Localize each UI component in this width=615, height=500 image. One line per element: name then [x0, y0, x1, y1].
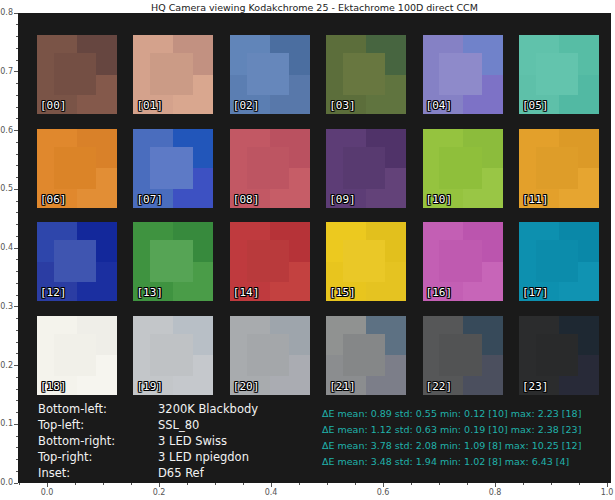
- inset-swatch: [247, 147, 289, 189]
- inset-swatch: [150, 53, 192, 95]
- inset-swatch: [439, 147, 481, 189]
- color-patch-21: [21]: [326, 316, 406, 395]
- y-tick-label: 0.1: [0, 420, 13, 428]
- legend-value: 3 LED Swiss: [158, 434, 227, 448]
- y-tick-label: 0.7: [0, 68, 13, 76]
- x-minor-tick: [579, 483, 580, 485]
- inset-swatch: [247, 334, 289, 376]
- y-minor-tick: [16, 48, 18, 49]
- color-patch-10: [10]: [423, 129, 503, 208]
- x-minor-tick: [215, 483, 216, 485]
- y-tick-label: 0.6: [0, 127, 13, 135]
- inset-swatch: [150, 334, 192, 376]
- inset-swatch: [343, 147, 385, 189]
- patch-label: [08]: [233, 193, 260, 206]
- patch-label: [03]: [329, 99, 356, 112]
- legend-value: D65 Ref: [158, 466, 204, 480]
- inset-swatch: [536, 53, 578, 95]
- patch-label: [01]: [136, 99, 163, 112]
- y-minor-tick: [16, 330, 18, 331]
- color-patch-15: [15]: [326, 222, 406, 301]
- y-minor-tick: [16, 318, 18, 319]
- y-minor-tick: [16, 212, 18, 213]
- inset-swatch: [54, 53, 96, 95]
- patch-label: [11]: [522, 193, 549, 206]
- patch-label: [20]: [233, 380, 260, 393]
- legend-row-top-left: Top-left:SSL_80: [38, 417, 258, 433]
- x-minor-tick: [467, 483, 468, 485]
- patch-label: [09]: [329, 193, 356, 206]
- inset-swatch: [536, 147, 578, 189]
- y-major-tick: [14, 130, 18, 131]
- legend-row-top-right: Top-right:3 LED npiegdon: [38, 449, 258, 465]
- y-minor-tick: [16, 236, 18, 237]
- x-minor-tick: [103, 483, 104, 485]
- y-minor-tick: [16, 259, 18, 260]
- y-major-tick: [14, 365, 18, 366]
- y-minor-tick: [16, 201, 18, 202]
- x-major-tick: [159, 483, 160, 487]
- x-major-tick: [607, 483, 608, 487]
- legend-value: SSL_80: [158, 418, 199, 432]
- inset-swatch: [439, 53, 481, 95]
- y-minor-tick: [16, 447, 18, 448]
- delta-e-line: ΔE mean: 0.89 std: 0.55 min: 0.12 [10] m…: [322, 406, 581, 422]
- patch-label: [13]: [136, 286, 163, 299]
- patch-label: [21]: [329, 380, 356, 393]
- legend-key: Bottom-left:: [38, 401, 158, 417]
- delta-e-line: ΔE mean: 3.78 std: 2.08 min: 1.09 [8] ma…: [322, 438, 581, 454]
- inset-swatch: [54, 334, 96, 376]
- patch-label: [14]: [233, 286, 260, 299]
- color-patch-22: [22]: [423, 316, 503, 395]
- x-tick-label: 0.0: [35, 489, 59, 497]
- patch-label: [02]: [233, 99, 260, 112]
- y-tick-label: 0.0: [0, 479, 13, 487]
- x-tick-label: 0.4: [259, 489, 283, 497]
- patch-label: [04]: [426, 99, 453, 112]
- legend-row-bottom-right: Bottom-right:3 LED Swiss: [38, 433, 258, 449]
- x-minor-tick: [439, 483, 440, 485]
- y-tick-label: 0.8: [0, 9, 13, 17]
- y-tick-label: 0.2: [0, 362, 13, 370]
- y-minor-tick: [16, 154, 18, 155]
- y-minor-tick: [16, 471, 18, 472]
- color-patch-17: [17]: [519, 222, 599, 301]
- x-minor-tick: [243, 483, 244, 485]
- color-patch-03: [03]: [326, 35, 406, 114]
- patch-label: [12]: [40, 286, 67, 299]
- y-minor-tick: [16, 271, 18, 272]
- chart-title: HQ Camera viewing Kodakchrome 25 - Ektac…: [18, 2, 611, 13]
- y-major-tick: [14, 71, 18, 72]
- y-minor-tick: [16, 377, 18, 378]
- y-major-tick: [14, 424, 18, 425]
- x-major-tick: [47, 483, 48, 487]
- patch-label: [05]: [522, 99, 549, 112]
- x-tick-label: 0.6: [371, 489, 395, 497]
- legend-row-bottom-left: Bottom-left:3200K Blackbody: [38, 401, 258, 417]
- y-minor-tick: [16, 60, 18, 61]
- legend-value: 3200K Blackbody: [158, 402, 258, 416]
- patch-label: [18]: [40, 380, 67, 393]
- x-minor-tick: [411, 483, 412, 485]
- x-minor-tick: [355, 483, 356, 485]
- y-minor-tick: [16, 412, 18, 413]
- x-minor-tick: [327, 483, 328, 485]
- y-minor-tick: [16, 83, 18, 84]
- color-patch-00: [00]: [37, 35, 117, 114]
- inset-swatch: [439, 334, 481, 376]
- inset-swatch: [150, 240, 192, 282]
- y-minor-tick: [16, 459, 18, 460]
- inset-swatch: [150, 147, 192, 189]
- delta-e-line: ΔE mean: 3.48 std: 1.94 min: 1.02 [8] ma…: [322, 454, 581, 470]
- legend-key: Bottom-right:: [38, 433, 158, 449]
- y-tick-label: 0.5: [0, 185, 13, 193]
- y-minor-tick: [16, 165, 18, 166]
- legend-key: Inset:: [38, 465, 158, 481]
- inset-swatch: [536, 240, 578, 282]
- color-patch-16: [16]: [423, 222, 503, 301]
- patch-label: [17]: [522, 286, 549, 299]
- inset-swatch: [247, 240, 289, 282]
- color-patch-14: [14]: [230, 222, 310, 301]
- color-patch-23: [23]: [519, 316, 599, 395]
- y-major-tick: [14, 248, 18, 249]
